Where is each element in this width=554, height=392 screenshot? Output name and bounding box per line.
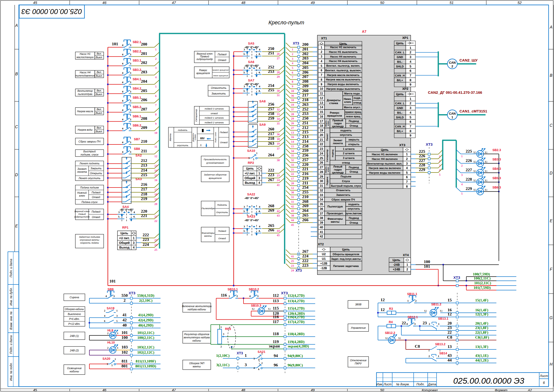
svg-text:212: 212 — [141, 158, 147, 163]
svg-text:Дата: Дата — [428, 383, 436, 386]
svg-text:220: 220 — [302, 162, 309, 167]
svg-text:4: 4 — [259, 66, 260, 69]
svg-text:23: 23 — [291, 264, 294, 267]
svg-text:101: 101 — [424, 264, 430, 269]
svg-text:1: 1 — [261, 352, 263, 355]
svg-text:закрыть: закрыть — [348, 138, 359, 141]
svg-text:Фиксаторы: Фиксаторы — [202, 232, 215, 234]
svg-text:17: 17 — [291, 177, 294, 180]
svg-text:SHLD: SHLD — [396, 116, 404, 119]
svg-text:207: 207 — [141, 107, 147, 111]
svg-text:811(13,109F): 811(13,109F) — [136, 359, 156, 363]
svg-text:Отвинтить: Отвинтить — [336, 189, 351, 192]
svg-text:113(4,27D): 113(4,27D) — [288, 299, 305, 303]
svg-text:Формат: Формат — [495, 388, 507, 392]
svg-text:117: 117 — [273, 319, 279, 324]
svg-text:118(4,28D): 118(4,28D) — [288, 332, 305, 336]
svg-text:112(4,27D): 112(4,27D) — [288, 294, 305, 298]
svg-text:гидро: гидро — [334, 122, 342, 125]
svg-text:ХТЗ: ХТЗ — [399, 143, 406, 147]
svg-text:Х2: Х2 — [252, 308, 255, 310]
svg-text:F: F — [550, 267, 553, 271]
svg-text:254: 254 — [302, 185, 309, 190]
svg-text:C8(1,8F): C8(1,8F) — [475, 335, 489, 340]
svg-text:1: 1 — [407, 299, 409, 302]
svg-text:226: 226 — [466, 158, 472, 163]
svg-text:25: 25 — [291, 259, 294, 263]
svg-text:266: 266 — [302, 218, 309, 222]
svg-text:5: 5 — [292, 66, 293, 70]
svg-text:Обороты вращателя: Обороты вращателя — [333, 253, 359, 256]
svg-text:GND: GND — [397, 56, 403, 59]
svg-text:4: 4 — [122, 44, 123, 47]
svg-text:43: 43 — [291, 209, 294, 213]
svg-text:12: 12 — [381, 298, 385, 302]
svg-text:3(2,11С): 3(2,11С) — [216, 363, 229, 367]
svg-text:44: 44 — [291, 219, 294, 222]
svg-text:34: 34 — [291, 149, 294, 153]
svg-text:119(4,28D): 119(4,28D) — [288, 340, 305, 344]
svg-text:22: 22 — [448, 330, 452, 335]
svg-text:-45° 0°+45°: -45° 0°+45° — [244, 83, 259, 86]
svg-text:Вентилятор: Вентилятор — [78, 90, 93, 92]
svg-text:SB13.2: SB13.2 — [435, 343, 445, 346]
svg-text:50: 50 — [380, 0, 384, 5]
svg-text:SB10.3: SB10.3 — [251, 304, 261, 307]
svg-text:41: 41 — [291, 255, 294, 258]
svg-text:цилиндр: цилиндр — [332, 125, 344, 128]
svg-text:Домкраты: Домкраты — [192, 133, 194, 142]
svg-text:Р=12 кВт.: Р=12 кВт. — [68, 323, 81, 325]
svg-text:3: 3 — [130, 127, 131, 130]
svg-text:опустить: опустить — [348, 207, 360, 210]
svg-text:SB13.1: SB13.1 — [438, 317, 448, 320]
svg-text:4: 4 — [122, 109, 123, 111]
svg-text:SA20: SA20 — [102, 357, 110, 361]
svg-text:20: 20 — [448, 321, 452, 326]
svg-text:2: 2 — [461, 164, 463, 167]
svg-text:47: 47 — [172, 0, 176, 5]
svg-text:-24В: -24В — [393, 263, 400, 267]
svg-text:3: 3 — [461, 173, 463, 177]
svg-text:Подвод: Подвод — [218, 53, 227, 56]
svg-text:2: 2 — [155, 57, 157, 61]
svg-text:7: 7 — [410, 74, 411, 77]
svg-text:23: 23 — [448, 325, 452, 330]
svg-text:1: 1 — [292, 48, 293, 51]
svg-text:5: 5 — [410, 65, 411, 68]
svg-text:экран(4,28D): экран(4,28D) — [288, 344, 309, 348]
svg-text:38: 38 — [291, 214, 294, 217]
svg-text:30: 30 — [291, 191, 294, 194]
svg-text:265: 265 — [268, 223, 274, 228]
svg-text:100: 100 — [121, 335, 128, 340]
svg-text:217: 217 — [268, 131, 274, 136]
svg-text:1: 1 — [228, 295, 230, 298]
svg-text:250: 250 — [268, 46, 274, 51]
svg-text:3: 3 — [130, 71, 131, 74]
svg-text:2: 2 — [452, 65, 453, 68]
svg-text:Взам. инв. №: Взам. инв. № — [9, 311, 13, 329]
svg-text:28: 28 — [320, 170, 323, 174]
svg-text:Люнет: Люнет — [326, 133, 328, 141]
svg-text:Вкл.: Вкл. — [97, 126, 102, 129]
svg-text:12: 12 — [291, 186, 294, 190]
svg-text:Опустить: Опустить — [216, 211, 228, 214]
svg-text:Управление: Управление — [350, 326, 366, 329]
svg-text:11: 11 — [154, 145, 157, 148]
svg-text:гидроцилиндр: гидроцилиндр — [196, 58, 213, 61]
svg-text:215: 215 — [302, 130, 309, 134]
svg-text:3: 3 — [244, 205, 245, 208]
svg-text:219: 219 — [302, 176, 309, 181]
svg-text:1: 1 — [256, 152, 258, 155]
svg-text:9: 9 — [321, 83, 322, 86]
svg-text:Х2: Х2 — [473, 170, 476, 172]
svg-text:SA10: SA10 — [247, 149, 255, 153]
svg-text:3.: 3. — [243, 71, 245, 74]
svg-text:Закрыть: Закрыть — [90, 167, 101, 170]
svg-text:Подвод: Подвод — [218, 230, 226, 232]
svg-text:22: 22 — [291, 172, 294, 176]
svg-text:213: 213 — [141, 163, 147, 168]
svg-text:Х1: Х1 — [485, 189, 488, 191]
svg-text:Пылеотдув: Пылеотдув — [202, 207, 215, 210]
svg-text:Реверс: Реверс — [199, 69, 207, 72]
svg-text:вращателя: вращателя — [209, 177, 222, 179]
